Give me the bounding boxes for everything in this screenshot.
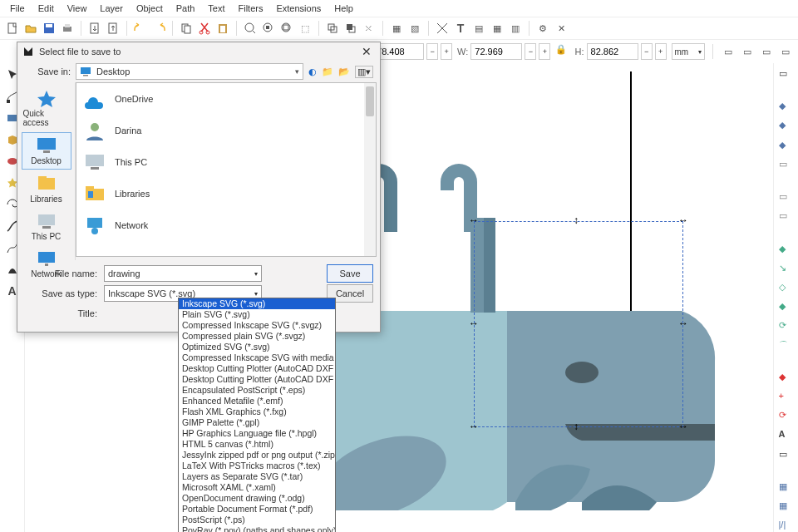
menu-edit[interactable]: Edit xyxy=(33,2,59,15)
list-item[interactable]: Darina xyxy=(76,115,376,146)
transform-d-icon[interactable]: ▭ xyxy=(779,44,793,59)
zoom-draw-icon[interactable] xyxy=(261,21,276,36)
ungroup-icon[interactable]: ▧ xyxy=(407,21,422,36)
type-option[interactable]: Desktop Cutting Plotter (AutoCAD DXF R14… xyxy=(179,374,335,385)
list-item[interactable]: Network xyxy=(76,209,376,241)
snap-h-icon[interactable]: ↘ xyxy=(779,263,794,275)
sel-handle-se[interactable]: ↔ xyxy=(678,422,687,431)
new-doc-icon[interactable] xyxy=(5,21,20,36)
group-icon[interactable]: ▦ xyxy=(389,21,404,36)
transform-c-icon[interactable]: ▭ xyxy=(760,44,774,59)
snap-o-icon[interactable]: ⟳ xyxy=(779,410,794,422)
viewmenu-icon[interactable]: ▥▾ xyxy=(355,66,373,78)
snap-t-icon[interactable]: |/| xyxy=(779,520,794,532)
save-icon[interactable] xyxy=(42,21,57,36)
snap-m-icon[interactable]: ◆ xyxy=(779,372,794,384)
snap-j-icon[interactable]: ◆ xyxy=(779,301,794,313)
dup-icon[interactable] xyxy=(325,21,340,36)
type-option[interactable]: Desktop Cutting Plotter (AutoCAD DXF R12… xyxy=(179,363,335,374)
sel-handle-s[interactable]: ↕ xyxy=(574,422,582,431)
w-input[interactable] xyxy=(470,43,522,60)
snap-s-icon[interactable]: ▦ xyxy=(779,500,794,513)
scrollbar[interactable] xyxy=(364,83,376,256)
type-option[interactable]: Microsoft XAML (*.xaml) xyxy=(179,482,335,493)
zoom-page-icon[interactable] xyxy=(279,21,294,36)
layers-icon[interactable]: ▥ xyxy=(508,21,523,36)
type-option[interactable]: Flash XML Graphics (*.fxg) xyxy=(179,406,335,417)
list-item[interactable]: This PC xyxy=(76,146,376,178)
snap-a-icon[interactable]: ◆ xyxy=(779,101,794,113)
snap-r-icon[interactable]: ▦ xyxy=(779,481,794,494)
lock-icon[interactable]: 🔒 xyxy=(555,44,569,59)
snap-f-icon[interactable]: ▭ xyxy=(779,210,794,223)
place-libraries[interactable]: Libraries xyxy=(22,171,71,207)
snap-enable-icon[interactable]: ▭ xyxy=(779,68,794,81)
h-input[interactable] xyxy=(587,43,638,60)
unit-select[interactable]: mm▾ xyxy=(672,43,706,60)
type-option[interactable]: Enhanced Metafile (*.emf) xyxy=(179,396,335,406)
sel-handle-n[interactable]: ↕ xyxy=(574,216,582,224)
place-quick-access[interactable]: Quick access xyxy=(22,86,71,131)
prefs-icon[interactable]: ⚙ xyxy=(535,21,550,36)
snap-c-icon[interactable]: ◆ xyxy=(779,140,794,152)
xml-icon[interactable]: ▤ xyxy=(471,21,486,36)
undo-icon[interactable] xyxy=(133,21,148,36)
y-dec[interactable]: − xyxy=(426,43,438,60)
type-option[interactable]: Optimized SVG (*.svg) xyxy=(179,342,335,352)
snap-e-icon[interactable]: ▭ xyxy=(779,191,794,204)
savein-select[interactable]: Desktop ▾ xyxy=(76,63,303,80)
type-option[interactable]: Portable Document Format (*.pdf) xyxy=(179,504,335,515)
clone-icon[interactable] xyxy=(343,21,358,36)
snap-q-icon[interactable]: ▭ xyxy=(779,449,794,461)
fill-dlg-icon[interactable] xyxy=(435,21,450,36)
snap-i-icon[interactable]: ◇ xyxy=(779,282,794,294)
sel-handle-sw[interactable]: ↔ xyxy=(469,422,477,431)
type-option[interactable]: Compressed Inkscape SVG (*.svgz) xyxy=(179,320,335,331)
snap-d-icon[interactable]: ▭ xyxy=(779,159,794,171)
file-list[interactable]: OneDrive Darina This PC Libraries Networ… xyxy=(76,82,377,257)
type-option[interactable]: Compressed plain SVG (*.svgz) xyxy=(179,331,335,342)
menu-file[interactable]: File xyxy=(5,2,30,15)
h-inc[interactable]: + xyxy=(655,43,667,60)
redo-icon[interactable] xyxy=(151,21,166,36)
type-dropdown[interactable]: Inkscape SVG (*.svg)Plain SVG (*.svg)Com… xyxy=(178,298,336,532)
menu-text[interactable]: Text xyxy=(203,2,229,15)
w-inc[interactable]: + xyxy=(539,43,550,60)
type-option[interactable]: Compressed Inkscape SVG with media (*.zi… xyxy=(179,352,335,363)
transform-a-icon[interactable]: ▭ xyxy=(721,44,735,59)
sel-handle-e[interactable]: ↔ xyxy=(678,319,687,328)
snap-n-icon[interactable]: + xyxy=(779,391,794,403)
w-dec[interactable]: − xyxy=(525,43,536,60)
snap-k-icon[interactable]: ⟳ xyxy=(779,320,794,332)
menu-help[interactable]: Help xyxy=(329,2,358,15)
close-icon[interactable]: ✕ xyxy=(358,45,375,58)
zoom-sel-icon[interactable] xyxy=(243,21,258,36)
list-item[interactable]: OneDrive xyxy=(76,83,376,115)
align-icon[interactable]: ▦ xyxy=(490,21,505,36)
sel-handle-nw[interactable]: ↔ xyxy=(469,216,477,224)
back-icon[interactable]: ◐ xyxy=(308,66,317,77)
type-option[interactable]: GIMP Palette (*.gpl) xyxy=(179,417,335,428)
type-option[interactable]: OpenDocument drawing (*.odg) xyxy=(179,493,335,504)
snap-p-icon[interactable]: A xyxy=(779,429,794,441)
up-icon[interactable]: 📁 xyxy=(322,66,333,77)
place-desktop[interactable]: Desktop xyxy=(22,132,71,170)
paste-icon[interactable] xyxy=(215,21,230,36)
newfolder-icon[interactable]: 📂 xyxy=(338,66,350,77)
export-icon[interactable] xyxy=(106,21,121,36)
import-icon[interactable] xyxy=(87,21,102,36)
type-option[interactable]: PovRay (*.pov) (paths and shapes only) xyxy=(179,525,335,532)
menu-filters[interactable]: Filters xyxy=(234,2,268,15)
sel-handle-ne[interactable]: ↔ xyxy=(678,216,687,224)
menu-view[interactable]: View xyxy=(62,2,92,15)
unlink-icon[interactable]: ⛌ xyxy=(362,21,377,36)
snap-g-icon[interactable]: ◆ xyxy=(779,244,794,256)
zoom-fit-icon[interactable]: ⬚ xyxy=(298,21,313,36)
y-inc[interactable]: + xyxy=(441,43,452,60)
save-button[interactable]: Save xyxy=(327,264,373,283)
snap-l-icon[interactable]: ⌒ xyxy=(779,339,794,352)
type-option[interactable]: LaTeX With PSTricks macros (*.tex) xyxy=(179,461,335,471)
place-this-pc[interactable]: This PC xyxy=(22,209,71,244)
type-option[interactable]: Encapsulated PostScript (*.eps) xyxy=(179,385,335,396)
filename-input[interactable]: drawing▾ xyxy=(104,265,262,282)
